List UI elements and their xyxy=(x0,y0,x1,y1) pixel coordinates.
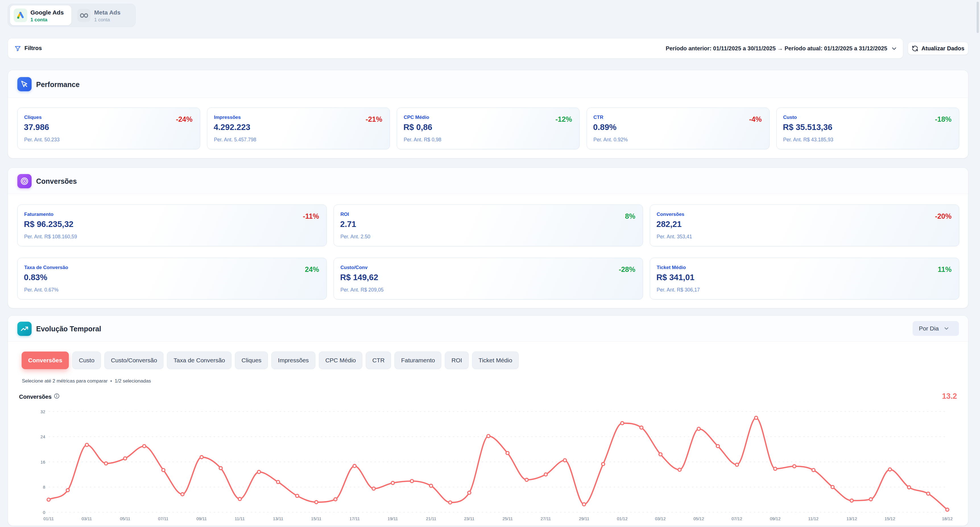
svg-text:01/12: 01/12 xyxy=(617,516,628,521)
svg-text:8: 8 xyxy=(43,485,45,489)
svg-text:32: 32 xyxy=(40,409,45,414)
svg-text:16: 16 xyxy=(40,460,45,465)
svg-text:09/12: 09/12 xyxy=(770,516,781,521)
svg-text:01/11: 01/11 xyxy=(43,516,54,521)
svg-text:07/12: 07/12 xyxy=(732,516,742,521)
svg-text:25/11: 25/11 xyxy=(503,516,513,521)
svg-text:15/12: 15/12 xyxy=(885,516,895,521)
svg-text:24: 24 xyxy=(40,434,45,439)
svg-text:05/12: 05/12 xyxy=(693,516,704,521)
svg-text:11/12: 11/12 xyxy=(808,516,818,521)
svg-text:09/11: 09/11 xyxy=(197,516,207,521)
svg-text:18/12: 18/12 xyxy=(942,516,953,521)
svg-text:07/11: 07/11 xyxy=(158,516,169,521)
svg-text:21/11: 21/11 xyxy=(426,516,436,521)
svg-text:17/11: 17/11 xyxy=(350,516,360,521)
svg-text:0: 0 xyxy=(43,510,45,515)
svg-text:13/12: 13/12 xyxy=(846,516,857,521)
svg-text:15/11: 15/11 xyxy=(311,516,321,521)
svg-text:29/11: 29/11 xyxy=(579,516,589,521)
svg-text:13/11: 13/11 xyxy=(273,516,283,521)
svg-text:03/12: 03/12 xyxy=(655,516,666,521)
svg-text:23/11: 23/11 xyxy=(464,516,474,521)
svg-text:11/11: 11/11 xyxy=(235,516,245,521)
svg-text:27/11: 27/11 xyxy=(541,516,551,521)
svg-text:03/11: 03/11 xyxy=(82,516,92,521)
svg-text:05/11: 05/11 xyxy=(120,516,130,521)
svg-text:19/11: 19/11 xyxy=(388,516,398,521)
